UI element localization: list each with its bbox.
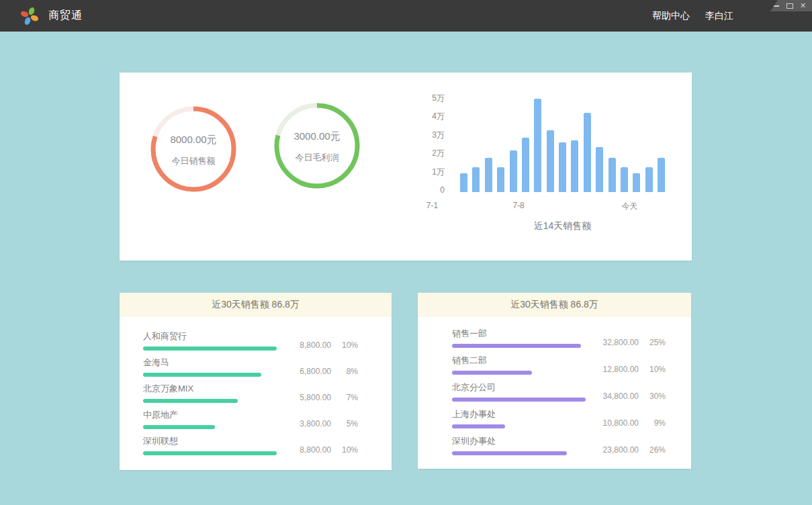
ranking-item-bar (452, 398, 586, 402)
ranking-item-name: 销售二部 (452, 355, 588, 366)
ranking-item: 深圳办事处23,800.0026% (452, 436, 666, 455)
ranking-item-values: 8,800.0010% (280, 331, 358, 351)
trend-bar (608, 158, 616, 192)
help-center-link[interactable]: 帮助中心 (652, 10, 690, 22)
maximize-button[interactable] (786, 2, 793, 9)
ranking-item-bar (452, 344, 581, 348)
ranking-item-values: 23,800.0026% (588, 436, 666, 455)
ranking-item-left: 销售一部 (452, 328, 588, 348)
trend-y-tick-label: 1万 (427, 167, 445, 177)
ranking-item-bar (452, 451, 567, 455)
ranking-item: 北京万象MIX5,800.007% (143, 383, 358, 403)
window-controls: ✕ (770, 0, 812, 11)
trend-bar (658, 158, 665, 192)
ranking-item-percent: 26% (639, 445, 666, 455)
department-items: 销售一部32,800.0025%销售二部12,800.0010%北京分公司34,… (418, 317, 691, 455)
today-profit-donut: 3000.00元 今日毛利润 (274, 103, 360, 189)
ranking-item-percent: 10% (331, 445, 358, 455)
ranking-item-left: 北京分公司 (452, 382, 588, 402)
pinwheel-logo-icon (18, 5, 41, 28)
ranking-item-bar (143, 347, 277, 351)
ranking-item-percent: 5% (331, 419, 358, 428)
ranking-item-percent: 25% (639, 338, 666, 347)
trend-x-axis: 7-17-8今天 (428, 201, 633, 211)
ranking-item-amount: 8,800.00 (280, 445, 331, 455)
trend-bars (460, 98, 665, 192)
ranking-item-left: 人和商贸行 (143, 331, 280, 351)
trend-x-tick-label: 7-1 (426, 201, 438, 210)
trend-x-tick-label: 7-8 (512, 201, 524, 210)
ranking-item-name: 上海办事处 (452, 409, 588, 420)
customer-items: 人和商贸行8,800.0010%金海马6,800.008%北京万象MIX5,80… (120, 317, 392, 455)
ranking-item-amount: 23,800.00 (588, 445, 639, 455)
today-sales-donut-center: 8000.00元 今日销售额 (150, 106, 236, 192)
ranking-item-amount: 32,800.00 (588, 338, 639, 347)
trend-bar (510, 150, 517, 192)
trend-bar (485, 158, 492, 192)
ranking-item-values: 3,800.005% (280, 410, 358, 429)
ranking-item-left: 销售二部 (452, 355, 588, 375)
trend-bar (534, 99, 541, 192)
trend-x-tick-label: 今天 (622, 201, 638, 212)
ranking-item-name: 深圳联想 (143, 436, 280, 447)
ranking-item-left: 深圳办事处 (452, 436, 588, 455)
ranking-item-percent: 7% (331, 393, 358, 402)
ranking-item-bar (143, 451, 277, 455)
minimize-button[interactable] (772, 2, 780, 9)
ranking-item: 深圳联想8,800.0010% (143, 436, 358, 455)
trend-bar (497, 167, 504, 192)
trend-y-tick-label: 0 (427, 185, 445, 195)
trend-bar (472, 167, 480, 192)
trend-chart-title: 近14天销售额 (460, 220, 665, 232)
customer-ranking-card: 近30天销售额 86.8万 人和商贸行8,800.0010%金海马6,800.0… (120, 293, 392, 470)
department-card-header: 近30天销售额 86.8万 (418, 293, 691, 317)
trend-bar (645, 167, 653, 192)
ranking-item-values: 10,800.009% (588, 409, 666, 428)
ranking-item-left: 北京万象MIX (143, 383, 280, 403)
ranking-item-values: 8,800.0010% (280, 436, 358, 455)
ranking-item-values: 12,800.0010% (588, 355, 666, 375)
ranking-item-left: 中原地产 (143, 410, 280, 429)
ranking-item-name: 人和商贸行 (143, 331, 280, 342)
minimize-icon (773, 5, 779, 7)
trend-y-tick-label: 3万 (427, 130, 445, 140)
ranking-item-amount: 34,800.00 (588, 392, 639, 401)
ranking-item-name: 北京分公司 (452, 382, 588, 393)
ranking-item-amount: 8,800.00 (280, 340, 331, 350)
app-title: 商贸通 (48, 9, 83, 23)
today-sales-label: 今日销售额 (172, 155, 216, 167)
ranking-item-bar (452, 371, 532, 375)
ranking-item-percent: 10% (331, 340, 358, 350)
close-icon: ✕ (800, 2, 806, 9)
ranking-item: 销售一部32,800.0025% (452, 328, 666, 348)
trend-bar (559, 142, 566, 192)
ranking-item-amount: 6,800.00 (280, 367, 331, 376)
trend-bar (633, 173, 640, 192)
app-window: 商贸通 帮助中心 李白江 ✕ 8000.00元 今日销售额 30天最高：10,0… (0, 0, 812, 505)
ranking-item-amount: 10,800.00 (588, 418, 639, 428)
today-sales-donut: 8000.00元 今日销售额 (150, 106, 236, 192)
trend-bar (522, 138, 529, 192)
trend-bar (571, 140, 578, 192)
ranking-item-percent: 10% (639, 365, 666, 374)
ranking-item-amount: 12,800.00 (588, 365, 639, 374)
ranking-item-name: 深圳办事处 (452, 436, 588, 447)
ranking-item: 金海马6,800.008% (143, 357, 358, 377)
today-profit-label: 今日毛利润 (296, 152, 339, 164)
trend-bar (621, 167, 628, 192)
close-button[interactable]: ✕ (799, 2, 807, 9)
trend-bar (460, 173, 467, 192)
ranking-item-percent: 8% (331, 367, 358, 376)
ranking-item-name: 中原地产 (143, 410, 280, 420)
ranking-item-left: 金海马 (143, 357, 280, 377)
ranking-item-values: 32,800.0025% (588, 328, 666, 348)
trend-y-tick-label: 4万 (427, 111, 445, 121)
ranking-item-left: 上海办事处 (452, 409, 588, 428)
title-bar[interactable]: 商贸通 帮助中心 李白江 ✕ (0, 0, 812, 32)
trend-y-tick-label: 5万 (427, 93, 445, 103)
ranking-item-values: 5,800.007% (280, 383, 358, 403)
ranking-item: 销售二部12,800.0010% (452, 355, 666, 375)
ranking-item-name: 销售一部 (452, 328, 588, 339)
user-menu[interactable]: 李白江 (705, 10, 733, 22)
ranking-item-percent: 30% (639, 392, 666, 401)
